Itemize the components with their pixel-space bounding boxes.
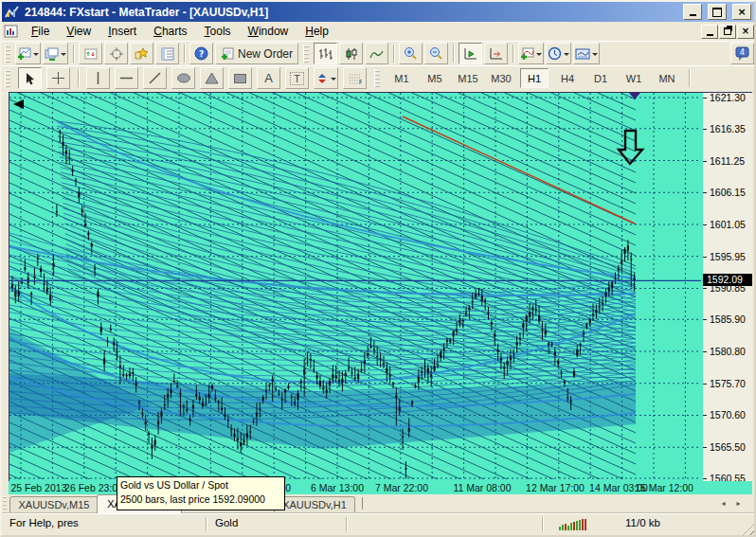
menu-bar: File View Insert Charts Tools Window Hel… — [2, 22, 754, 41]
arrows-tool-button[interactable] — [314, 67, 338, 89]
minimize-button[interactable] — [683, 4, 702, 20]
close-icon: × — [737, 7, 746, 17]
template-icon — [575, 47, 590, 61]
help-button[interactable]: ? — [189, 43, 213, 64]
child-minimize-button[interactable] — [701, 25, 718, 39]
tooltip-bars-line: 2500 bars, last price 1592.09000 — [120, 492, 281, 507]
timeframe-d1-button[interactable]: D1 — [586, 68, 615, 88]
auto-scroll-button[interactable] — [459, 43, 482, 64]
indicators-icon — [520, 47, 534, 61]
time-axis-label: 6 Mar 13:00 — [311, 482, 364, 493]
fibonacci-button[interactable]: F — [343, 67, 367, 89]
menu-help[interactable]: Help — [297, 23, 337, 40]
menu-window[interactable]: Window — [240, 23, 297, 40]
bar-chart-button[interactable] — [314, 43, 337, 64]
menu-tools[interactable]: Tools — [196, 23, 240, 40]
zoom-in-button[interactable] — [399, 43, 423, 64]
navigator-button[interactable] — [130, 43, 153, 64]
market-watch-button[interactable] — [79, 43, 102, 64]
title-bar[interactable]: 214844: FXstart - MetaTrader - [XAUUSDv,… — [2, 2, 754, 22]
new-order-button[interactable]: New Order — [215, 43, 298, 64]
price-axis-tick — [703, 447, 707, 448]
menu-charts[interactable]: Charts — [145, 23, 195, 40]
cursor-button[interactable] — [18, 67, 42, 89]
rectangle-icon — [233, 73, 247, 84]
profiles-button[interactable] — [43, 43, 68, 64]
toolbar-gripper[interactable] — [303, 45, 309, 63]
community-notification-button[interactable]: 4 — [730, 43, 754, 64]
periods-button[interactable] — [546, 43, 571, 64]
trendline-button[interactable] — [143, 67, 167, 89]
maximize-button[interactable] — [708, 4, 727, 20]
price-chart[interactable] — [9, 93, 701, 479]
price-axis[interactable]: 1592.09 1621.301616.351611.251606.151601… — [703, 92, 752, 482]
menu-insert[interactable]: Insert — [99, 23, 145, 40]
new-chart-button[interactable] — [15, 43, 41, 64]
toolbar-gripper[interactable] — [5, 69, 10, 87]
text-tool-button[interactable]: A — [257, 67, 280, 89]
text-label-button[interactable]: T — [285, 67, 309, 89]
star-folder-icon — [135, 47, 149, 61]
price-axis-label: 1601.05 — [710, 220, 746, 230]
timeframe-m1-button[interactable]: M1 — [387, 68, 416, 88]
price-axis-label: 1565.50 — [710, 442, 746, 453]
cursor-icon — [25, 72, 36, 85]
timeframe-m15-button[interactable]: M15 — [454, 68, 482, 88]
tab-scroll-left-button[interactable]: ◂ — [717, 498, 729, 510]
price-axis-label: 1611.25 — [710, 156, 745, 167]
toolbar-gripper[interactable] — [374, 69, 380, 87]
indicators-button[interactable] — [518, 43, 544, 64]
horizontal-line-icon — [119, 72, 134, 84]
standard-toolbar: ? New Order — [2, 41, 754, 66]
zoom-out-button[interactable] — [424, 43, 448, 64]
timeframe-m30-button[interactable]: M30 — [487, 68, 515, 88]
close-button[interactable]: × — [732, 4, 751, 20]
rectangle-button[interactable] — [228, 67, 252, 89]
child-close-button[interactable]: × — [737, 25, 754, 39]
timeframe-h4-button[interactable]: H4 — [553, 68, 582, 88]
candlestick-chart-button[interactable] — [339, 43, 363, 64]
signal-bar — [579, 520, 581, 530]
signal-bar — [573, 522, 575, 530]
price-axis-tick — [703, 257, 707, 258]
status-divider — [346, 517, 347, 531]
price-axis-label: 1570.60 — [710, 410, 746, 421]
chart-canvas[interactable] — [9, 92, 704, 482]
price-axis-tick — [703, 192, 707, 193]
horizontal-line-button[interactable] — [115, 67, 138, 89]
resize-grip[interactable] — [741, 522, 754, 535]
triangle-button[interactable] — [200, 67, 224, 89]
vertical-line-button[interactable] — [86, 67, 110, 89]
crosshair-button[interactable] — [46, 67, 70, 89]
dropdown-caret — [61, 53, 66, 59]
tab-xauusdv-m15[interactable]: XAUUSDv,M15 — [9, 496, 99, 512]
line-chart-button[interactable] — [365, 43, 388, 64]
fibonacci-icon: F — [349, 73, 362, 84]
signal-bar — [562, 525, 564, 530]
terminal-button[interactable] — [155, 43, 179, 64]
trendline-icon — [148, 71, 162, 85]
chart-shift-button[interactable] — [484, 43, 508, 64]
price-axis-tick — [703, 478, 707, 479]
data-window-button[interactable] — [104, 43, 128, 64]
menu-file[interactable]: File — [23, 23, 58, 40]
toolbar-gripper[interactable] — [5, 45, 10, 63]
menu-view[interactable]: View — [58, 23, 99, 40]
tab-xauusdv-h1[interactable]: XAUUSDv,H1 — [274, 496, 355, 512]
ellipse-button[interactable] — [171, 67, 195, 89]
timeframe-h1-button[interactable]: H1 — [520, 68, 549, 88]
child-restore-button[interactable] — [719, 25, 736, 39]
new-order-label: New Order — [238, 47, 293, 61]
line-chart-icon — [369, 47, 384, 61]
timeframe-m5-button[interactable]: M5 — [421, 68, 449, 88]
clock-icon — [548, 46, 562, 61]
tab-scroll-right-button[interactable]: ▸ — [732, 498, 745, 510]
tabbar-gripper[interactable] — [3, 496, 7, 510]
timeframe-mn-button[interactable]: MN — [653, 68, 681, 88]
time-axis-label: 11 Mar 08:00 — [453, 482, 511, 493]
timeframe-w1-button[interactable]: W1 — [620, 68, 648, 88]
signal-bar — [565, 524, 567, 530]
price-axis-label: 1621.30 — [710, 93, 746, 103]
price-axis-tick — [703, 161, 707, 162]
templates-button[interactable] — [573, 43, 600, 64]
